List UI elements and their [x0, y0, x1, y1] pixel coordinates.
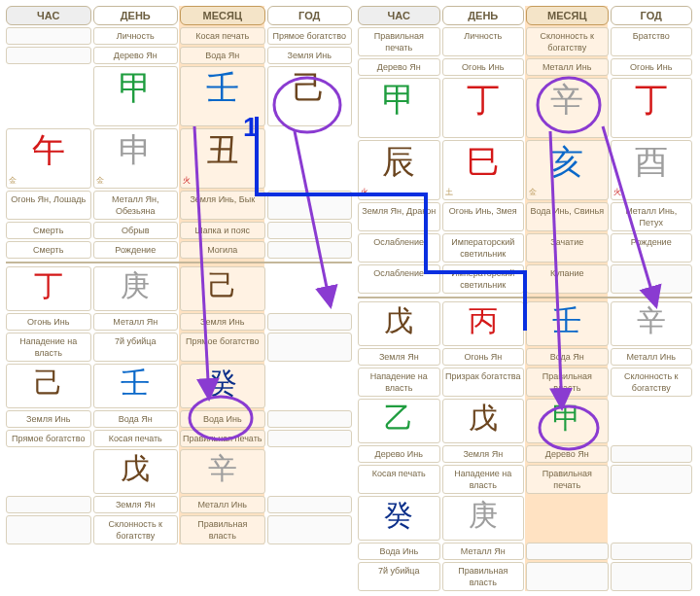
elem-month: Вода Ян — [180, 47, 265, 64]
star2-hour: Смерть — [6, 241, 91, 259]
hn3-hour: Вода Инь — [358, 543, 440, 560]
hs3-hour: 癸 — [358, 496, 440, 541]
branch-day: 巳土 — [442, 140, 525, 200]
hg2-month: Правильная печать — [180, 430, 265, 447]
hg1-hour: Нападение на власть — [6, 333, 91, 362]
hg1-month: Прямое богатство — [180, 333, 265, 362]
header-day: ДЕНЬ — [442, 6, 525, 25]
elem-month: Металл Инь — [526, 58, 609, 76]
header-year: ГОД — [267, 6, 353, 25]
stem-year: 己 — [267, 66, 353, 126]
branch-year — [267, 128, 353, 189]
hn3-year — [267, 496, 353, 513]
hn2-month: Вода Инь — [180, 410, 265, 428]
hn1-month: Вода Ян — [526, 348, 609, 366]
label-day: Личность — [93, 27, 179, 45]
hn2-year — [267, 410, 353, 428]
label-hour — [6, 27, 91, 45]
branch-day: 申金 — [93, 128, 179, 189]
hg3-month — [526, 562, 609, 591]
branchname-day: Металл Ян, Обезьяна — [93, 191, 179, 220]
hn2-year — [611, 445, 693, 463]
sub-fire-icon: 火 — [183, 175, 191, 187]
header-month: МЕСЯЦ — [526, 6, 609, 25]
sub-fire-icon: 火 — [613, 187, 621, 198]
elem-year: Огонь Инь — [611, 58, 693, 76]
elem-day: Огонь Инь — [442, 58, 525, 76]
hs3-year — [611, 496, 693, 541]
col-headers: ЧАС ДЕНЬ МЕСЯЦ ГОД — [358, 6, 692, 25]
stem-hour — [6, 66, 91, 126]
hg2-hour: Прямое богатство — [6, 430, 91, 447]
hg1-year: Склонность к богатству — [611, 368, 693, 397]
star2-month: Могила — [180, 241, 265, 259]
hs3-month — [526, 496, 609, 541]
elem-hour — [6, 47, 91, 64]
star1-day: Обрыв — [93, 222, 179, 239]
header-hour: ЧАС — [6, 6, 91, 25]
label-year: Прямое богатство — [267, 27, 353, 45]
hg1-day: 7й убийца — [93, 333, 179, 362]
hs3-year — [267, 449, 353, 494]
star1-hour: Смерть — [6, 222, 91, 239]
star2-day: Императорский светильник — [442, 264, 525, 294]
hn1-day: Металл Ян — [93, 313, 179, 331]
hn2-day: Вода Ян — [93, 410, 179, 428]
elem-year: Земля Инь — [267, 47, 353, 64]
hs3-hour — [6, 449, 91, 494]
label-month: Косая печать — [180, 27, 265, 45]
branchname-hour: Земля Ян, Дракон — [358, 202, 440, 231]
star1-hour: Ослабление — [358, 233, 440, 263]
stem-year: 丁 — [611, 78, 693, 138]
branch-hour: 辰火 — [358, 140, 440, 200]
hg2-day: Косая печать — [93, 430, 179, 447]
star2-year — [611, 264, 693, 294]
label-hour: Правильная печать — [358, 27, 440, 56]
hn2-hour: Земля Инь — [6, 410, 91, 428]
star2-year — [267, 241, 353, 259]
branch-month: 亥金 — [526, 140, 609, 200]
stem-day: 丁 — [442, 78, 525, 138]
col-headers: ЧАС ДЕНЬ МЕСЯЦ ГОД — [6, 6, 352, 25]
hg1-hour: Нападение на власть — [358, 368, 440, 397]
hn1-hour: Земля Ян — [358, 348, 440, 366]
star2-month: Купание — [526, 264, 609, 294]
hn3-month — [526, 543, 609, 560]
branchname-day: Огонь Инь, Змея — [442, 202, 525, 231]
branchname-month: Вода Инь, Свинья — [526, 202, 609, 231]
hs2-month: 癸 — [180, 364, 265, 408]
section-divider — [358, 297, 692, 298]
star1-month: Шапка и пояс — [180, 222, 265, 239]
hg1-year — [267, 333, 353, 362]
star1-year — [267, 222, 353, 239]
star1-day: Императорский светильник — [442, 233, 525, 263]
hg2-day: Нападение на власть — [442, 465, 525, 494]
hn3-day: Земля Ян — [93, 496, 179, 513]
hg1-day: Призрак богатства — [442, 368, 525, 397]
hs1-hour: 丁 — [6, 266, 91, 311]
branchname-year — [267, 191, 353, 220]
stem-month: 辛 — [526, 78, 609, 138]
hg2-year — [267, 430, 353, 447]
hg3-year — [267, 515, 353, 544]
chart-left: ЧАС ДЕНЬ МЕСЯЦ ГОД Личность Косая печать… — [6, 6, 352, 544]
hg2-month: Правильная печать — [526, 465, 609, 494]
hn2-day: Земля Ян — [442, 445, 525, 463]
bazi-page: ЧАС ДЕНЬ МЕСЯЦ ГОД Личность Косая печать… — [0, 0, 700, 596]
hn1-day: Огонь Ян — [442, 348, 525, 366]
hg3-day: Склонность к богатству — [93, 515, 179, 544]
hn2-month: Дерево Ян — [526, 445, 609, 463]
star1-month: Зачатие — [526, 233, 609, 263]
hg3-day: Правильная власть — [442, 562, 525, 591]
star2-hour: Ослабление — [358, 264, 440, 294]
hn1-hour: Огонь Инь — [6, 313, 91, 331]
branch-hour: 午金 — [6, 128, 91, 189]
hn3-year — [611, 543, 693, 560]
hg2-year — [611, 465, 693, 494]
section-divider — [6, 262, 352, 263]
sub-fire-icon: 火 — [361, 187, 368, 198]
hs2-day: 戊 — [442, 399, 525, 443]
branchname-hour: Огонь Ян, Лошадь — [6, 191, 91, 220]
header-hour: ЧАС — [358, 6, 440, 25]
hs2-year — [267, 364, 353, 408]
